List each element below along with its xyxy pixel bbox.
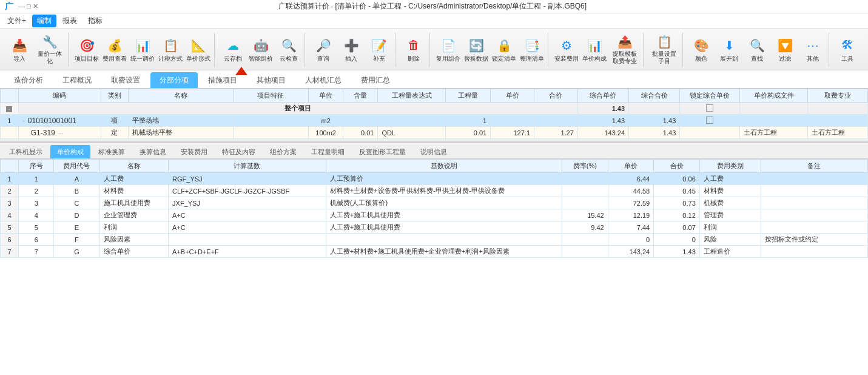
cell-feecode-5: F — [54, 234, 100, 246]
lower-tab-reverse-chart[interactable]: 反查图形工程量 — [352, 145, 412, 158]
import-icon: 📥 — [11, 37, 28, 54]
replace-data-button[interactable]: 🔄 替换数据 — [463, 34, 490, 66]
extract-template-button[interactable]: 📤 提取模板取费专业 — [609, 34, 641, 66]
collapse-icon[interactable]: - — [6, 106, 12, 112]
cell-name-lower-1: 材料费 — [99, 185, 168, 197]
cell-composite-price-1: 1.43 — [577, 115, 628, 127]
tab-other-items[interactable]: 其他项目 — [247, 72, 295, 88]
cell-unitprice-lower-5: 0 — [608, 234, 654, 246]
table-row[interactable]: 22B材料费CLF+ZCF+SBF-JGCLF-JGZCF-JGSBF材料费+主… — [1, 185, 868, 197]
cell-unit-1: m2 — [308, 115, 343, 127]
tab-part-section[interactable]: 分部分项 — [150, 72, 198, 88]
checkbox-locked-1[interactable] — [706, 117, 713, 124]
tab-project-overview[interactable]: 工程概况 — [53, 72, 101, 88]
install-fee-label: 安装费用 — [554, 55, 579, 62]
query-icon: 🔎 — [315, 37, 332, 54]
table-row[interactable]: 77G综合单价A+B+C+D+E+F人工费+材料费+施工机具使用费+企业管理费+… — [1, 246, 868, 258]
supplement-button[interactable]: 📝 补充 — [366, 34, 392, 66]
lower-tab-group-plan[interactable]: 组价方案 — [263, 145, 303, 158]
smart-price-button[interactable]: 🤖 智能组价 — [247, 34, 274, 66]
lower-col-base-num: 计算基数 — [169, 160, 326, 173]
title-text: 广联达预算计价 - [清单计价 - 单位工程 - C:/Users/Admini… — [278, 1, 587, 12]
sort-clear-button[interactable]: 📑 整理清单 — [519, 34, 545, 66]
table-row[interactable]: 1 - 010101001001 项 平整场地 m2 1 1.43 1.43 — [1, 115, 868, 127]
tab-fee-summary[interactable]: 费用汇总 — [352, 72, 399, 88]
cloud-check-button[interactable]: 🔍 云检查 — [275, 34, 302, 66]
unit-compose-button[interactable]: 📊 单价构成 — [581, 34, 608, 66]
project-target-button[interactable]: 🎯 项目目标 — [73, 34, 100, 66]
lower-tab-labor-machine[interactable]: 工料机显示 — [2, 145, 49, 158]
cell-seq-5: 6 — [19, 234, 54, 246]
tool-button[interactable]: 🛠 工具 — [834, 34, 861, 66]
lower-col-name: 名称 — [99, 160, 168, 173]
cell-feetype-5: 风险 — [699, 234, 761, 246]
table-row[interactable]: 55E利润A+C人工费+施工机具使用费9.427.440.07利润 — [1, 221, 868, 234]
lower-tab-unit-compose[interactable]: 单价构成 — [50, 145, 90, 158]
cell-unit-2: 100m2 — [308, 127, 343, 139]
lower-tab-qty-detail[interactable]: 工程量明细 — [304, 145, 351, 158]
menu-report[interactable]: 报表 — [58, 15, 82, 27]
expand-button[interactable]: ⬇ 展开到 — [716, 34, 742, 66]
lower-col-unit-price: 单价 — [608, 160, 654, 173]
col-rownum — [1, 89, 19, 103]
cell-seq-3: 4 — [19, 209, 54, 221]
table-row[interactable]: 44D企业管理费A+C人工费+施工机具使用费15.4212.190.12管理费 — [1, 209, 868, 221]
cell-rate-0 — [562, 173, 608, 185]
delete-button[interactable]: 🗑 删除 — [400, 34, 427, 66]
cell-feetype-3: 管理费 — [699, 209, 761, 221]
menu-index[interactable]: 指标 — [83, 15, 107, 27]
tax-method-button[interactable]: 📋 计税方式 — [157, 34, 184, 66]
cell-feetype-0: 人工费 — [699, 173, 761, 185]
unified-button[interactable]: 🔧 量价一体化 — [34, 34, 66, 66]
menu-edit[interactable]: 编制 — [32, 15, 56, 27]
lower-tab-features[interactable]: 特征及内容 — [215, 145, 262, 158]
cell-totalprice-lower-1: 0.45 — [654, 185, 700, 197]
cell-basenum-4: A+C — [169, 221, 326, 234]
lower-tab-note-info[interactable]: 说明信息 — [414, 145, 454, 158]
color-button[interactable]: 🎨 颜色 — [688, 34, 715, 66]
table-row[interactable]: 33C施工机具使用费JXF_YSJ机械费(人工预算价)72.590.73机械费 — [1, 197, 868, 209]
tab-labor-machine[interactable]: 人材机汇总 — [296, 72, 351, 88]
insert-button[interactable]: ➕ 插入 — [338, 34, 365, 66]
batch-set-button[interactable]: 📋 批量设置子目 — [648, 34, 680, 66]
checkbox-locked-0[interactable] — [706, 104, 713, 112]
cell-rownum: - — [1, 103, 19, 115]
menu-file[interactable]: 文件+ — [2, 15, 31, 27]
cell-rownum-lower-1: 2 — [1, 185, 19, 197]
find-button[interactable]: 🔍 查找 — [744, 34, 770, 66]
toolbar-group-1: 📥 导入 🔧 量价一体化 — [4, 33, 69, 67]
lower-tab-install-fee[interactable]: 安装费用 — [174, 145, 214, 158]
table-row[interactable]: 66F风险因素00风险按招标文件或约定 — [1, 234, 868, 246]
cell-basedesc-0: 人工预算价 — [326, 173, 562, 185]
cell-name-2: 机械场地平整 — [128, 127, 233, 139]
fee-check-button[interactable]: 💰 费用查看 — [101, 34, 128, 66]
cell-seq-4: 5 — [19, 221, 54, 234]
import-button[interactable]: 📥 导入 — [6, 34, 33, 66]
filter-button[interactable]: 🔽 过滤 — [772, 34, 798, 66]
table-row[interactable]: G1-319 ··· 定 机械场地平整 100m2 0.01 QDL 0.01 … — [1, 127, 868, 139]
cloud-archive-button[interactable]: ☁ 云存档 — [220, 34, 246, 66]
lower-section: 工料机显示 单价构成 标准换算 换算信息 安装费用 特征及内容 组价方案 工程量… — [0, 141, 868, 375]
cell-qtyval-1: 1 — [445, 115, 490, 127]
lock-clear-button[interactable]: 🔒 锁定清单 — [491, 34, 517, 66]
lower-tab-change-info[interactable]: 换算信息 — [133, 145, 173, 158]
table-row[interactable]: - 整个项目 1.43 — [1, 103, 868, 115]
unit-form-button[interactable]: 📐 单价形式 — [185, 34, 212, 66]
install-fee-button[interactable]: ⚙ 安装费用 — [553, 34, 580, 66]
lower-tab-standard-change[interactable]: 标准换算 — [92, 145, 132, 158]
cell-note-0 — [761, 173, 867, 185]
table-row[interactable]: 11A人工费RGF_YSJ人工预算价6.440.06人工费 — [1, 173, 868, 185]
tab-fee-settings[interactable]: 取费设置 — [102, 72, 149, 88]
col-locked-price: 锁定综合单价 — [680, 89, 740, 103]
tab-cost-analysis[interactable]: 造价分析 — [5, 72, 52, 88]
cell-feecode-3: D — [54, 209, 100, 221]
cell-rate-6 — [562, 246, 608, 258]
copy-group-button[interactable]: 📄 复用组合 — [435, 34, 462, 66]
cell-qtyexpr-2: QDL — [378, 127, 445, 139]
sort-clear-label: 整理清单 — [520, 55, 544, 62]
cell-rownum-lower-2: 3 — [1, 197, 19, 209]
cell-feetype-6: 工程造价 — [699, 246, 761, 258]
unified-price-button[interactable]: 📊 统一调价 — [129, 34, 156, 66]
other-button[interactable]: ⋯ 其他 — [799, 34, 826, 66]
query-button[interactable]: 🔎 查询 — [310, 34, 337, 66]
